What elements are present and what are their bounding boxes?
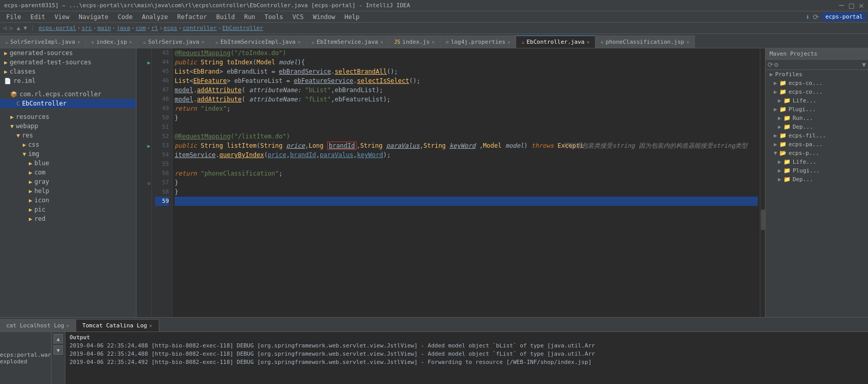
code-lines[interactable]: @RequestMapping("/toIndex.do") public St… [173, 48, 760, 317]
tab-close-icon[interactable]: ✕ [66, 323, 70, 328]
maven-ecps-fil[interactable]: ▶ 📁 ecps-fil... [765, 131, 868, 140]
sidebar-generated-sources[interactable]: ▶ generated-sources [0, 48, 136, 58]
menu-file[interactable]: File [2, 12, 25, 22]
maven-collapse-icon[interactable]: ▼ [862, 61, 866, 68]
sidebar-img-help[interactable]: ▶ help [0, 186, 136, 196]
menu-edit[interactable]: Edit [26, 12, 49, 22]
sidebar-res[interactable]: ▼ res [0, 131, 136, 140]
maven-plugin-2[interactable]: ▶ 📁 Plugi... [765, 166, 868, 175]
tab-close-icon[interactable]: ✕ [380, 39, 383, 45]
breadcrumb-ecps-portal[interactable]: ecps-portal [39, 25, 76, 31]
breadcrumb-controller[interactable]: controller [183, 25, 217, 31]
maven-ecps-co-1[interactable]: ▶ 📁 ecps-co... [765, 79, 868, 88]
menu-tools[interactable]: Tools [261, 12, 287, 22]
breadcrumb-src[interactable]: src [81, 25, 92, 31]
tab-close-icon[interactable]: ✕ [507, 39, 510, 45]
maven-ecps-p-expanded[interactable]: ▼ 📂 ecps-p... [765, 149, 868, 158]
menu-run[interactable]: Run [240, 12, 260, 22]
run-icon[interactable]: ▶ [147, 60, 150, 65]
sidebar-package-controller[interactable]: 📦 com.rl.ecps.controller [0, 90, 136, 99]
maven-item-label: Run... [793, 115, 813, 121]
maven-refresh-icon[interactable]: ⟳ [768, 61, 773, 68]
tab-ebitemservice[interactable]: ☕ EbItemService.java ✕ [307, 36, 389, 48]
sidebar-img[interactable]: ▼ img [0, 149, 136, 159]
maven-dep-2[interactable]: ▶ 📁 Dep... [765, 175, 868, 184]
tab-close-icon[interactable]: ✕ [129, 39, 132, 45]
tab-phoneclassification[interactable]: ◈ phoneClassification.jsp ✕ [595, 36, 695, 48]
tab-solrserveimpl[interactable]: ☕ SolrSeriveImpl.java ✕ [0, 36, 86, 48]
maven-ecps-pa[interactable]: ▶ 📁 ecps-pa... [765, 140, 868, 149]
menu-analyze[interactable]: Analyze [138, 12, 172, 22]
menu-window[interactable]: Window [309, 12, 339, 22]
tab-ebcontroller[interactable]: ☕ EbController.java ✕ [516, 36, 595, 48]
gutter-54 [137, 150, 151, 160]
tab-close-icon[interactable]: ✕ [298, 39, 301, 45]
sidebar-reiml[interactable]: 📄 re.iml [0, 76, 136, 85]
sidebar-webapp[interactable]: ▼ webapp [0, 121, 136, 131]
folder-icon: ▶ [29, 160, 32, 167]
tab-indexjs[interactable]: JS index.js ✕ [389, 36, 440, 48]
window-controls[interactable]: ─ □ ✕ [839, 1, 864, 10]
maven-life-2[interactable]: ▶ 📁 Life... [765, 158, 868, 166]
toolbar-icon-sync[interactable]: ⟳ [813, 13, 819, 21]
tab-cat-localhost-log[interactable]: cat Localhost Log ✕ [0, 319, 76, 331]
tab-close-icon[interactable]: ✕ [432, 39, 435, 45]
menu-build[interactable]: Build [212, 12, 239, 22]
maven-profiles[interactable]: ▶ Profiles [765, 70, 868, 79]
breadcrumb-rl[interactable]: rl [151, 25, 158, 31]
tab-indexjsp[interactable]: ◈ index.jsp ✕ [86, 36, 138, 48]
line-43: 43 [155, 48, 169, 58]
run-icon[interactable]: ▶ [147, 143, 150, 149]
java-icon: ☕ [215, 39, 218, 45]
sidebar-img-pic[interactable]: ▶ pic [0, 205, 136, 214]
code-scrollbar[interactable] [760, 48, 765, 317]
tab-close-icon[interactable]: ✕ [587, 39, 590, 45]
line-54: 54 [155, 150, 169, 160]
toolbar-icon-download[interactable]: ⬇ [806, 13, 810, 21]
sidebar-generated-test-sources[interactable]: ▶ generated-test-sources [0, 58, 136, 67]
tab-close-icon[interactable]: ✕ [686, 39, 689, 45]
tab-tomcat-catalina-log[interactable]: Tomcat Catalina Log ✕ [76, 319, 159, 331]
scroll-up-button[interactable]: ▲ [54, 334, 63, 343]
maven-settings-icon[interactable]: ⚙ [774, 61, 778, 68]
breadcrumb-ecps[interactable]: ecps [164, 25, 178, 31]
collapse-icon: ▶ [778, 97, 781, 104]
breadcrumb-com[interactable]: com [135, 25, 146, 31]
sidebar-img-gray[interactable]: ▶ gray [0, 177, 136, 186]
sidebar-img-com[interactable]: ▶ com [0, 168, 136, 177]
sidebar-img-blue[interactable]: ▶ blue [0, 159, 136, 168]
scroll-down-button[interactable]: ▼ [54, 345, 63, 355]
scroll-thumb[interactable] [761, 210, 765, 230]
breadcrumb-main[interactable]: main [97, 25, 111, 31]
maven-dep[interactable]: ▶ 📁 Dep... [765, 123, 868, 131]
maven-ecps-co-2[interactable]: ▶ 📁 ecps-co... [765, 88, 868, 96]
tab-solrserive[interactable]: ☕ SolrSerive.java ✕ [138, 36, 210, 48]
menu-navigate[interactable]: Navigate [75, 12, 113, 22]
menu-view[interactable]: View [50, 12, 74, 22]
sidebar-classes[interactable]: ▶ classes [0, 67, 136, 76]
sidebar-img-icon[interactable]: ▶ icon [0, 196, 136, 205]
tab-ebitemserviceimpl[interactable]: ☕ EbItemServiceImpl.java ✕ [210, 36, 307, 48]
menu-vcs[interactable]: VCS [288, 12, 308, 22]
collapse-icon: ▶ [774, 80, 777, 86]
java-icon: ☕ [521, 39, 524, 45]
sidebar-ebcontroller[interactable]: C EbController [0, 99, 136, 108]
menu-code[interactable]: Code [114, 12, 137, 22]
line-52: 52 [155, 132, 169, 141]
maven-item-label: ecps-p... [789, 150, 820, 156]
tab-close-icon[interactable]: ✕ [149, 323, 152, 328]
tab-log4j[interactable]: ≡ log4j.properties ✕ [440, 36, 516, 48]
gutter-57: ◇ [137, 178, 151, 187]
maven-run[interactable]: ▶ 📁 Run... [765, 114, 868, 123]
sidebar-img-red[interactable]: ▶ red [0, 214, 136, 223]
menu-help[interactable]: Help [341, 12, 364, 22]
maven-life[interactable]: ▶ 📁 Life... [765, 96, 868, 105]
maven-plugin-1[interactable]: ▶ 📁 Plugi... [765, 105, 868, 114]
sidebar-css[interactable]: ▶ css [0, 140, 136, 149]
sidebar-resources[interactable]: ▶ resources [0, 112, 136, 121]
breadcrumb-ebcontroller[interactable]: EbController [223, 25, 263, 31]
tab-close-icon[interactable]: ✕ [77, 39, 80, 45]
menu-refactor[interactable]: Refactor [173, 12, 211, 22]
breadcrumb-java[interactable]: java [116, 25, 130, 31]
tab-close-icon[interactable]: ✕ [201, 39, 205, 45]
